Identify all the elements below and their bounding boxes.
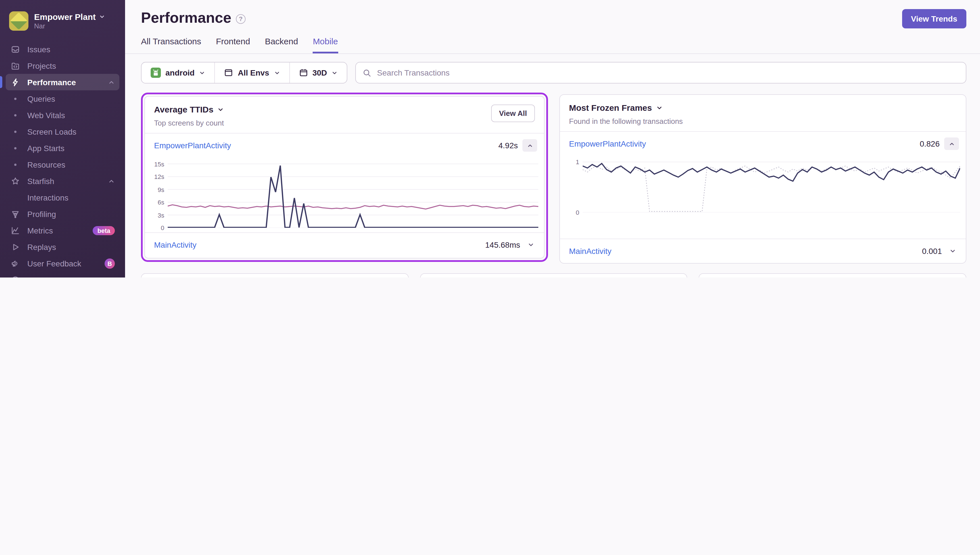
sidebar-item-label: Screen Loads: [27, 127, 115, 136]
sidebar-item-label: Interactions: [27, 193, 115, 202]
page-title: Performance: [141, 9, 231, 27]
sidebar-item-label: Web Vitals: [27, 111, 115, 120]
android-icon: [151, 67, 161, 78]
ttid-highlight-ring: Average TTIDs Top screens by count View …: [141, 93, 548, 262]
y-tick-label: 9s: [158, 186, 164, 193]
collapse-row-button[interactable]: [522, 139, 537, 152]
expand-row-button[interactable]: [525, 239, 537, 251]
y-tick-label: 12s: [154, 173, 165, 180]
chevron-down-icon: [274, 70, 280, 76]
chevron-down-icon[interactable]: [656, 104, 663, 111]
help-icon[interactable]: ?: [236, 14, 246, 24]
org-switcher[interactable]: Empower Plant Nar: [0, 8, 125, 38]
window-icon: [224, 68, 233, 77]
collapse-row-button[interactable]: [944, 138, 959, 150]
chevron-down-icon: [99, 14, 106, 20]
tpm-card: Transactions Per Minute Compared to last…: [141, 273, 408, 278]
sidebar-item-label: Issues: [27, 45, 115, 54]
tab-mobile[interactable]: Mobile: [313, 36, 338, 53]
page-header: Performance ? View Trends All Transactio…: [125, 0, 980, 54]
sidebar-item-user-feedback[interactable]: User FeedbackB: [6, 255, 119, 271]
sidebar-item-queries[interactable]: Queries: [6, 90, 119, 107]
sidebar-item-issues[interactable]: Issues: [6, 41, 119, 58]
profiling-icon: [11, 209, 20, 218]
tab-frontend[interactable]: Frontend: [216, 36, 250, 53]
sidebar-item-label: Performance: [27, 77, 101, 87]
bullet-icon: [14, 114, 16, 116]
calendar-icon: [299, 68, 308, 77]
search-input[interactable]: [376, 67, 959, 78]
frozen-row-empowerplantactivity: EmpowerPlantActivity 0.826: [560, 132, 966, 156]
crons-icon: [11, 275, 20, 278]
org-name: Empower Plant: [34, 12, 96, 22]
frozen-card-title[interactable]: Most Frozen Frames: [569, 103, 652, 112]
sidebar-item-replays[interactable]: Replays: [6, 239, 119, 255]
sidebar-item-web-vitals[interactable]: Web Vitals: [6, 107, 119, 123]
page-filter-group: android All Envs 30D: [141, 62, 348, 83]
badge: B: [104, 258, 115, 268]
ttid-value: 145.68ms: [485, 240, 520, 249]
main-content: Performance ? View Trends All Transactio…: [125, 0, 980, 278]
project-filter[interactable]: android: [141, 63, 215, 83]
sidebar-item-interactions[interactable]: Interactions: [6, 189, 119, 205]
search-icon: [363, 69, 371, 77]
transaction-link[interactable]: EmpowerPlantActivity: [569, 139, 646, 148]
sidebar-item-starfish[interactable]: Starfish: [6, 173, 119, 189]
ttid-y-axis: 15s12s9s6s3s0: [148, 160, 168, 228]
frozen-chart: [583, 158, 960, 212]
frozen-y-axis: 10: [563, 158, 583, 212]
ttid-row-mainactivity: MainActivity 145.68ms: [145, 233, 544, 257]
sidebar-item-label: Projects: [27, 61, 115, 70]
expand-row-button[interactable]: [946, 245, 959, 257]
bullet-icon: [14, 147, 16, 149]
sidebar: Empower Plant Nar IssuesProjectsPerforma…: [0, 0, 125, 278]
view-trends-button[interactable]: View Trends: [902, 9, 966, 29]
performance-icon: [11, 77, 20, 87]
tab-bar: All TransactionsFrontendBackendMobile: [141, 36, 966, 53]
view-all-button[interactable]: View All: [491, 104, 535, 122]
sidebar-nav: IssuesProjectsPerformanceQueriesWeb Vita…: [0, 38, 125, 278]
bullet-icon: [14, 98, 16, 100]
sidebar-item-crons[interactable]: Crons: [6, 271, 119, 278]
date-range-value: 30D: [312, 68, 327, 77]
filter-bar: android All Envs 30D: [141, 62, 966, 83]
ttid-value: 4.92s: [498, 141, 518, 150]
replays-icon: [11, 242, 20, 251]
transaction-link[interactable]: EmpowerPlantActivity: [154, 141, 231, 150]
metrics-icon: [11, 226, 20, 235]
ttid-card-title[interactable]: Average TTIDs: [154, 104, 214, 114]
sidebar-item-projects[interactable]: Projects: [6, 58, 119, 74]
sidebar-item-label: Queries: [27, 94, 115, 103]
issues-icon: [11, 45, 20, 54]
org-avatar: [9, 11, 29, 30]
bullet-icon: [14, 130, 16, 133]
sidebar-item-resources[interactable]: Resources: [6, 156, 119, 173]
most-frozen-frames-card: Most Frozen Frames Found in the followin…: [559, 94, 966, 263]
tab-all-transactions[interactable]: All Transactions: [141, 36, 201, 53]
environment-filter[interactable]: All Envs: [215, 63, 289, 83]
sidebar-item-label: App Starts: [27, 143, 115, 152]
tab-backend[interactable]: Backend: [265, 36, 298, 53]
sidebar-item-label: Starfish: [27, 176, 101, 186]
transaction-link[interactable]: MainActivity: [154, 240, 196, 249]
chevron-up-icon: [948, 141, 955, 147]
y-tick-label: 0: [576, 209, 579, 216]
average-ttids-card: Average TTIDs Top screens by count View …: [145, 96, 545, 258]
sidebar-item-profiling[interactable]: Profiling: [6, 205, 119, 222]
sidebar-item-screen-loads[interactable]: Screen Loads: [6, 123, 119, 140]
org-project: Nar: [34, 22, 106, 30]
sidebar-item-metrics[interactable]: Metricsbeta: [6, 222, 119, 239]
chevron-down-icon[interactable]: [217, 106, 224, 113]
sidebar-item-app-starts[interactable]: App Starts: [6, 140, 119, 156]
warm-startup-card: Warm Startup Time Compared to last 30d 1…: [420, 273, 687, 278]
project-filter-value: android: [165, 68, 195, 77]
sidebar-item-performance[interactable]: Performance: [6, 74, 119, 90]
badge: beta: [93, 226, 115, 235]
frozen-card-subtitle: Found in the following transactions: [569, 117, 683, 125]
chevron-up-icon: [108, 79, 115, 85]
sidebar-item-label: Resources: [27, 160, 115, 169]
chevron-down-icon: [199, 70, 206, 76]
date-range-filter[interactable]: 30D: [289, 63, 347, 83]
transaction-link[interactable]: MainActivity: [569, 247, 611, 256]
bullet-icon: [14, 163, 16, 165]
